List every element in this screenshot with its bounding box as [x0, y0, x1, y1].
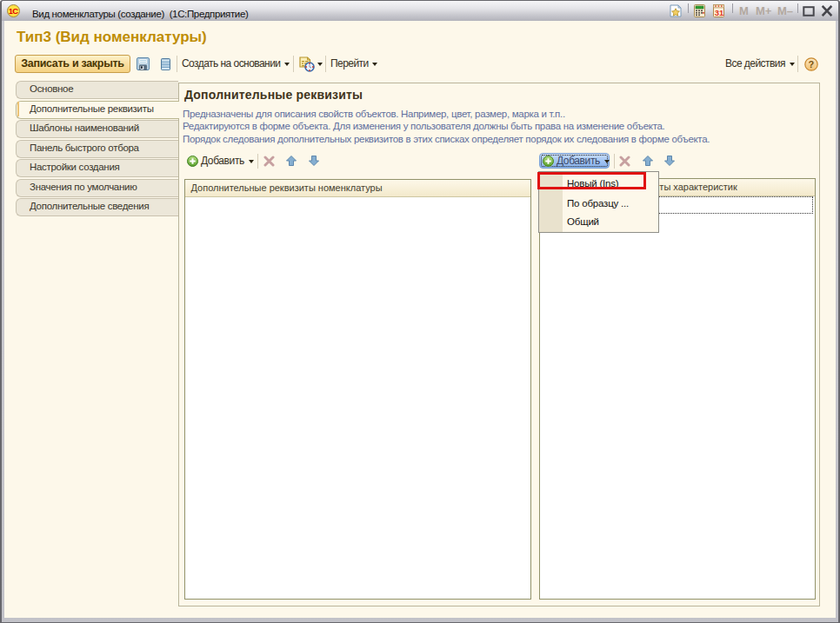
svg-text:?: ?	[809, 59, 815, 70]
svg-text:С: С	[12, 6, 18, 16]
svg-text:31: 31	[715, 8, 724, 17]
